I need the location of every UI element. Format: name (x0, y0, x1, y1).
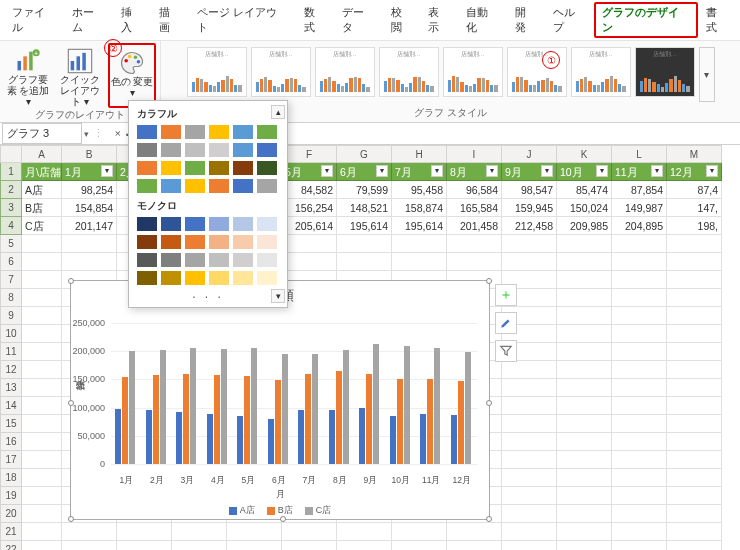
bar[interactable] (359, 408, 365, 464)
color-swatch[interactable] (185, 161, 205, 175)
bar[interactable] (183, 374, 189, 464)
cell[interactable] (612, 325, 667, 343)
cell[interactable] (337, 253, 392, 271)
bar[interactable] (282, 354, 288, 464)
bar[interactable] (237, 416, 243, 464)
bar[interactable] (343, 350, 349, 464)
row-header[interactable]: 17 (0, 451, 22, 469)
legend-item[interactable]: B店 (267, 504, 293, 517)
row-header[interactable]: 13 (0, 379, 22, 397)
cell[interactable]: 96,584 (447, 181, 502, 199)
row-header[interactable]: 3 (0, 199, 22, 217)
cell[interactable] (282, 235, 337, 253)
menu-数式[interactable]: 数式 (296, 2, 334, 38)
color-swatch[interactable] (137, 161, 157, 175)
color-swatch[interactable] (137, 125, 157, 139)
cell[interactable]: 84,582 (282, 181, 337, 199)
color-swatch[interactable] (161, 235, 181, 249)
filter-dropdown-icon[interactable]: ▾ (376, 165, 388, 177)
cell[interactable] (447, 253, 502, 271)
cell[interactable] (22, 361, 62, 379)
cell[interactable]: 158,874 (392, 199, 447, 217)
row-header[interactable]: 21 (0, 523, 22, 541)
bar[interactable] (373, 344, 379, 464)
cell[interactable] (22, 271, 62, 289)
cell[interactable] (612, 415, 667, 433)
color-swatch[interactable] (209, 143, 229, 157)
color-swatch[interactable] (161, 143, 181, 157)
color-swatch[interactable] (185, 271, 205, 285)
cell[interactable]: 6月▾ (337, 163, 392, 181)
legend-item[interactable]: A店 (229, 504, 255, 517)
cell[interactable] (557, 397, 612, 415)
cell[interactable] (612, 523, 667, 541)
bar[interactable] (312, 354, 318, 464)
cell[interactable] (22, 487, 62, 505)
cell[interactable] (447, 235, 502, 253)
cell[interactable] (502, 253, 557, 271)
bar[interactable] (305, 374, 311, 464)
row-header[interactable]: 15 (0, 415, 22, 433)
cell[interactable] (22, 307, 62, 325)
bar[interactable] (129, 351, 135, 464)
cell[interactable] (282, 541, 337, 550)
color-swatch[interactable] (233, 161, 253, 175)
menu-ファイル[interactable]: ファイル (4, 2, 64, 38)
selection-handle[interactable] (486, 516, 492, 522)
chart-legend[interactable]: A店B店C店 (71, 504, 489, 517)
cell[interactable] (502, 361, 557, 379)
selection-handle[interactable] (68, 278, 74, 284)
cell[interactable] (557, 253, 612, 271)
cell[interactable] (392, 235, 447, 253)
cell[interactable] (22, 253, 62, 271)
cell[interactable]: 5月▾ (282, 163, 337, 181)
cell[interactable] (22, 541, 62, 550)
cell[interactable] (612, 541, 667, 550)
color-swatch[interactable] (137, 235, 157, 249)
cell[interactable] (227, 523, 282, 541)
color-swatch[interactable] (233, 271, 253, 285)
cell[interactable] (447, 523, 502, 541)
color-swatch[interactable] (161, 161, 181, 175)
color-swatch[interactable] (233, 253, 253, 267)
row-header[interactable]: 4 (0, 217, 22, 235)
cell[interactable] (62, 253, 117, 271)
cell[interactable] (612, 487, 667, 505)
cell[interactable] (667, 487, 722, 505)
scroll-up-icon[interactable]: ▴ (271, 105, 285, 119)
cell[interactable] (667, 343, 722, 361)
cell[interactable] (557, 469, 612, 487)
cell[interactable] (557, 415, 612, 433)
filter-dropdown-icon[interactable]: ▾ (651, 165, 663, 177)
color-swatch[interactable] (137, 179, 157, 193)
chart-filter-button[interactable] (495, 340, 517, 362)
chart-style-thumb[interactable]: 店舗別… (315, 47, 375, 97)
cell[interactable] (502, 505, 557, 523)
chart-style-thumb[interactable]: 店舗別… (571, 47, 631, 97)
cell[interactable]: 98,547 (502, 181, 557, 199)
cell[interactable] (612, 253, 667, 271)
cell[interactable]: 201,458 (447, 217, 502, 235)
cell[interactable] (22, 451, 62, 469)
color-swatch[interactable] (161, 217, 181, 231)
plot-area[interactable] (111, 323, 477, 464)
filter-dropdown-icon[interactable]: ▾ (486, 165, 498, 177)
row-header[interactable]: 10 (0, 325, 22, 343)
cell[interactable] (557, 541, 612, 550)
bar[interactable] (221, 349, 227, 464)
bar[interactable] (146, 410, 152, 464)
color-swatch[interactable] (233, 217, 253, 231)
cell[interactable] (612, 343, 667, 361)
cell[interactable]: 149,987 (612, 199, 667, 217)
add-chart-element-button[interactable]: + グラフ要素 を追加 ▾ (4, 43, 52, 108)
cell[interactable] (22, 289, 62, 307)
bar[interactable] (244, 376, 250, 464)
bar[interactable] (434, 348, 440, 464)
cell[interactable]: 98,254 (62, 181, 117, 199)
cell[interactable] (667, 433, 722, 451)
cell[interactable] (557, 325, 612, 343)
col-header[interactable]: A (22, 145, 62, 163)
row-header[interactable]: 18 (0, 469, 22, 487)
bar[interactable] (153, 375, 159, 464)
cell[interactable]: 154,854 (62, 199, 117, 217)
